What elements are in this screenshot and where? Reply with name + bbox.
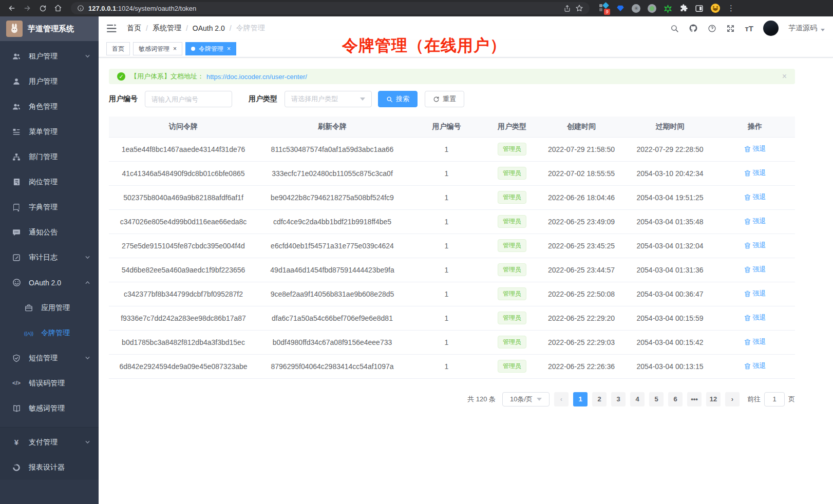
page-button-4[interactable]: 4 [630,392,645,406]
pinned-extension-icon[interactable]: 9 [599,3,609,13]
search-button[interactable]: 搜索 [378,91,418,107]
share-icon[interactable] [563,5,571,12]
refresh-token-cell: dfa6c71a50a54c66bef706ef9e6e8d81 [258,306,407,330]
next-page-button[interactable]: › [725,392,740,406]
filter-form: 用户编号 用户类型 请选择用户类型 搜索 重置 [109,91,795,107]
sidebar-item-字典管理[interactable]: 字典管理 [0,195,99,220]
action-cell: 强退 [715,330,795,354]
home-icon[interactable] [51,2,65,15]
tab-令牌管理[interactable]: 令牌管理× [185,42,236,55]
app-logo-row[interactable]: 芋道管理系统 [0,16,99,41]
user-avatar[interactable] [763,21,779,36]
fullscreen-icon[interactable] [726,24,735,33]
force-logout-label: 强退 [753,241,766,250]
page-size-select[interactable]: 10条/页 [502,392,550,406]
force-logout-button[interactable]: 强退 [744,144,766,153]
forward-icon[interactable] [21,2,34,15]
doc-link[interactable]: https://doc.iocoder.cn/user-center/ [206,73,307,81]
user-type-select[interactable]: 请选择用户类型 [285,91,372,107]
action-cell: 强退 [715,209,795,234]
sidebar-item-短信管理[interactable]: 短信管理 [0,345,99,371]
reload-icon[interactable] [36,2,49,15]
force-logout-button[interactable]: 强退 [744,168,766,178]
address-bar[interactable]: 127.0.0.1:1024/system/oauth2/token [71,2,590,14]
profile-avatar-icon[interactable] [711,4,720,13]
extensions-puzzle-icon[interactable] [679,4,688,12]
sidebar-item-审计日志[interactable]: 审计日志 [0,245,99,270]
breadcrumb-oauth[interactable]: OAuth 2.0 [193,24,225,32]
user-menu[interactable]: 芋道源码 [788,24,825,33]
force-logout-button[interactable]: 强退 [744,361,766,371]
sidebar-item-应用管理[interactable]: 应用管理 [0,295,99,320]
briefcase-icon [24,304,34,312]
tab-敏感词管理[interactable]: 敏感词管理× [133,42,182,55]
browser-menu-icon[interactable]: ⋮ [727,4,735,13]
breadcrumb-home[interactable]: 首页 [127,24,141,33]
force-logout-button[interactable]: 强退 [744,265,766,274]
sidebar-item-岗位管理[interactable]: 岗位管理 [0,169,99,195]
goto-page-input[interactable] [764,392,785,406]
table-row: 6d842e2924594de9a09e45e087323abe8796295f… [109,354,795,378]
sidebar-item-通知公告[interactable]: 通知公告 [0,220,99,245]
page-button-5[interactable]: 5 [649,392,664,406]
refresh-token-cell: be90422b8c7946218275a508bf524fc9 [258,185,407,209]
page-button-6[interactable]: 6 [668,392,683,406]
annotation-text: 令牌管理（在线用户） [342,35,506,56]
sidebar-item-oauth-2-0[interactable]: OAuth 2.0 [0,270,99,295]
force-logout-label: 强退 [753,168,766,178]
force-logout-label: 强退 [753,144,766,153]
page-button-3[interactable]: 3 [611,392,626,406]
sidebar-item-菜单管理[interactable]: 菜单管理 [0,119,99,144]
gem-extension-icon[interactable] [616,4,624,12]
collapse-menu-icon[interactable] [107,24,117,33]
active-tab-dot [191,47,195,51]
user-id-cell: 1 [407,137,486,161]
sidebar-item-令牌管理[interactable]: ((A))令牌管理 [0,320,99,345]
prev-page-button[interactable]: ‹ [554,392,569,406]
breadcrumb-system[interactable]: 系统管理 [153,24,181,33]
dict-icon [11,203,22,211]
split-screen-icon[interactable] [695,4,704,13]
font-size-icon[interactable]: ᴛT [745,24,753,33]
shield-icon [11,354,22,362]
github-icon[interactable] [689,24,698,33]
force-logout-button[interactable]: 强退 [744,241,766,250]
sidebar-item-角色管理[interactable]: 角色管理 [0,94,99,119]
action-cell: 强退 [715,185,795,209]
bookmark-star-icon[interactable] [575,4,583,12]
sidebar-item-敏感词管理[interactable]: 敏感词管理 [0,396,99,421]
force-logout-label: 强退 [753,217,766,226]
action-cell: 强退 [715,161,795,185]
force-logout-button[interactable]: 强退 [744,289,766,298]
back-icon[interactable] [5,2,18,15]
page-button-12[interactable]: 12 [706,392,721,406]
force-logout-button[interactable]: 强退 [744,337,766,346]
extension-toolbar: 9 ✳ ⋮ [599,3,735,13]
page-button-2[interactable]: 2 [592,392,607,406]
sidebar-item-租户管理[interactable]: 租户管理 [0,44,99,69]
command-extension-icon[interactable]: ✳ [632,4,640,13]
force-logout-button[interactable]: 强退 [744,192,766,202]
force-logout-button[interactable]: 强退 [744,217,766,226]
force-logout-button[interactable]: 强退 [744,313,766,322]
sidebar-item-部门管理[interactable]: 部门管理 [0,144,99,169]
sidebar-item-支付管理[interactable]: ¥支付管理 [0,430,99,455]
search-icon[interactable] [670,24,679,33]
tab-首页[interactable]: 首页 [106,42,130,55]
user-id-input[interactable] [145,91,232,107]
sidebar-item-错误码管理[interactable]: </>错误码管理 [0,371,99,396]
record-extension-icon[interactable] [648,4,656,13]
sidebar-item-用户管理[interactable]: 用户管理 [0,69,99,94]
page-button-1[interactable]: 1 [573,392,588,406]
more-pages-button[interactable]: ••• [687,392,702,406]
tab-close-icon[interactable]: × [173,46,177,52]
site-info-icon[interactable] [77,5,84,12]
tab-close-icon[interactable]: × [227,46,231,52]
help-icon[interactable] [708,24,716,33]
reset-button[interactable]: 重置 [425,91,464,107]
alert-close-icon[interactable]: × [782,72,787,81]
user-id-cell: 1 [407,282,486,306]
sidebar-item-报表设计器[interactable]: 报表设计器 [0,455,99,480]
star-extension-icon[interactable] [664,4,672,13]
sidebar-item-label: 通知公告 [29,228,58,237]
